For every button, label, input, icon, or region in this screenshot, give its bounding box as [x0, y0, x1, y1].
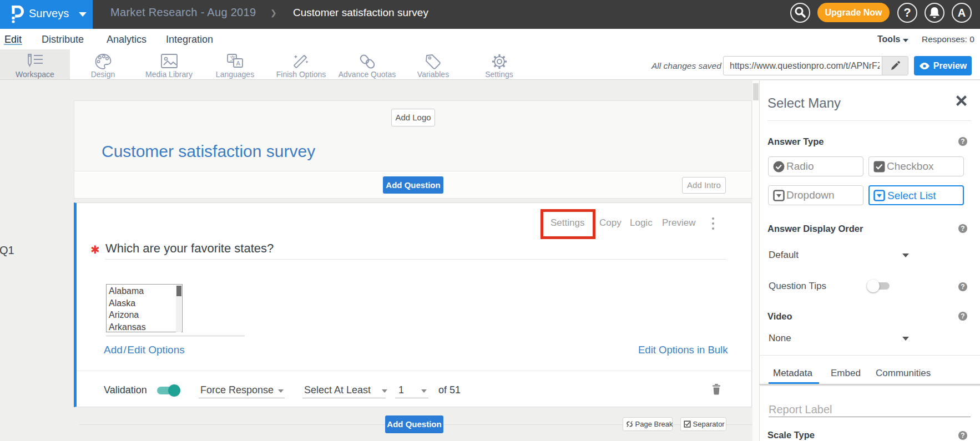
svg-text:A: A — [236, 60, 240, 67]
